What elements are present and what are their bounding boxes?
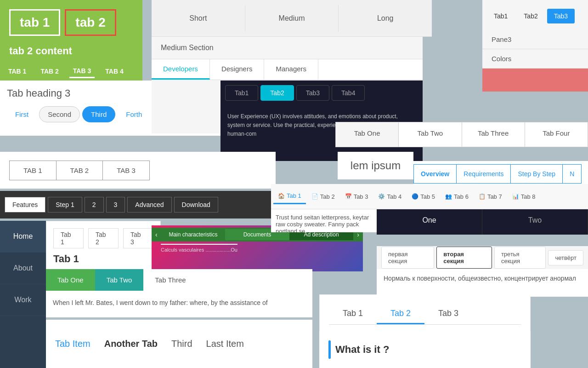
panel19-tab2[interactable]: 📄 Tab 2 bbox=[307, 190, 339, 204]
panel-one-two-dark: One Two bbox=[377, 209, 588, 235]
panel19-label1: Tab 1 bbox=[287, 192, 301, 199]
panel15-tab1[interactable]: Tab1 bbox=[487, 9, 514, 23]
panel4-tab-long[interactable]: Long bbox=[339, 5, 432, 32]
panel-bottom-tabs: Tab Item Another Tab Third Last Item bbox=[46, 320, 312, 368]
panel16-red-area bbox=[482, 69, 588, 92]
panel6-tab4[interactable]: Tab4 bbox=[332, 85, 365, 101]
panel6-tab2[interactable]: Tab2 bbox=[260, 85, 294, 101]
panel22-tab1[interactable]: первая секция bbox=[381, 247, 434, 269]
panel6-tab3[interactable]: Tab3 bbox=[296, 85, 329, 101]
panel7-tab2[interactable]: TAB 2 bbox=[56, 161, 103, 180]
panel3-tab-second[interactable]: Second bbox=[39, 106, 80, 122]
panel13-tab-last[interactable]: Last Item bbox=[206, 339, 244, 349]
panel14-tab3[interactable]: Tab 3 bbox=[424, 304, 472, 324]
panel8-tab-2[interactable]: 2 bbox=[85, 197, 104, 213]
panel15-tab3[interactable]: Tab3 bbox=[547, 9, 575, 23]
panel19-tab1[interactable]: 🏠 Tab 1 bbox=[273, 189, 306, 204]
panel21-tab-one[interactable]: One bbox=[377, 209, 482, 235]
panel-dark-tabs: Tab1 Tab2 Tab3 Tab4 User Experience (UX)… bbox=[220, 80, 423, 161]
panel1-tab1[interactable]: tab 1 bbox=[9, 9, 60, 36]
panel2-tab4[interactable]: TAB 4 bbox=[102, 65, 127, 77]
panel6-tab1[interactable]: Tab1 bbox=[225, 85, 258, 101]
panel19-icon3: 📅 bbox=[345, 193, 352, 200]
panel-russian-tabs: первая секция вторая секция третья секци… bbox=[377, 246, 588, 269]
panel-top-right-tabs: Tab1 Tab2 Tab3 bbox=[482, 0, 588, 32]
panel2-tab3[interactable]: TAB 3 bbox=[69, 65, 95, 78]
panel5-tab-developers[interactable]: Developers bbox=[152, 59, 210, 80]
panel19-label2: Tab 2 bbox=[320, 193, 335, 200]
panel17-tab-three[interactable]: Tab Three bbox=[462, 122, 525, 147]
panel22-tab3[interactable]: третья секция bbox=[494, 247, 546, 269]
panel3-tab-forth[interactable]: Forth bbox=[118, 107, 150, 122]
panel8-tab-features[interactable]: Features bbox=[5, 197, 45, 213]
panel15-tab2[interactable]: Tab2 bbox=[517, 9, 544, 23]
panel5-tab-designers[interactable]: Designers bbox=[210, 59, 265, 80]
panel9-tab2[interactable]: Tab 2 bbox=[88, 228, 119, 248]
panel19-icon4: ⚙️ bbox=[378, 193, 385, 200]
panel4-tab-short[interactable]: Short bbox=[152, 5, 245, 32]
panel-main-char-prev[interactable]: ‹ bbox=[152, 229, 161, 241]
sidebar-nav: Home About Work bbox=[0, 221, 46, 368]
panel19-tab5[interactable]: 🔵 Tab 5 bbox=[407, 190, 440, 204]
panel19-tab3[interactable]: 📅 Tab 3 bbox=[340, 190, 373, 204]
panel2-tab2[interactable]: TAB 2 bbox=[37, 65, 62, 77]
panel5-tab-list: Developers Designers Managers bbox=[152, 59, 423, 80]
panel9-content: Tab 1 bbox=[53, 253, 153, 265]
panel19-icon5: 🔵 bbox=[412, 193, 418, 200]
sidebar-item-work[interactable]: Work bbox=[0, 284, 46, 316]
panel22-tab4[interactable]: четвёрт bbox=[548, 250, 583, 265]
panel-text-content: When I left Mr. Bates, I went down to my… bbox=[46, 294, 312, 317]
panel-icon-tabs: 🏠 Tab 1 📄 Tab 2 📅 Tab 3 ⚙️ Tab 4 🔵 Tab 5… bbox=[271, 184, 588, 209]
panel3-tab-third[interactable]: Third bbox=[82, 106, 115, 122]
panel3-tab-first[interactable]: First bbox=[7, 107, 37, 122]
panel11-tab-two[interactable]: Tab Two bbox=[95, 269, 144, 291]
panel17-tab-two[interactable]: Tab Two bbox=[398, 122, 461, 147]
panel1-tab2[interactable]: tab 2 bbox=[65, 9, 116, 36]
panel16-colors[interactable]: Colors bbox=[482, 49, 588, 69]
panel7-tab3[interactable]: TAB 3 bbox=[102, 161, 150, 180]
panel18-tab-n[interactable]: N bbox=[562, 164, 582, 184]
panel6-tab-list: Tab1 Tab2 Tab3 Tab4 bbox=[220, 80, 423, 105]
panel16-pane3[interactable]: Pane3 bbox=[482, 30, 588, 49]
panel-overview-tabs: Overview Requirements Step By Step N bbox=[413, 161, 588, 186]
panel-four-tabs: Tab One Tab Two Tab Three Tab Four bbox=[335, 122, 588, 147]
panel8-tab-step1[interactable]: Step 1 bbox=[48, 197, 82, 213]
panel7-tab1[interactable]: TAB 1 bbox=[9, 161, 56, 180]
panel13-tab-item[interactable]: Tab Item bbox=[55, 339, 90, 349]
panel-main-char-item1[interactable]: Main characteristics bbox=[161, 229, 226, 240]
panel19-tab8[interactable]: 📊 Tab 8 bbox=[508, 190, 540, 204]
panel8-tab-download[interactable]: Download bbox=[174, 197, 218, 213]
panel13-tab-third[interactable]: Third bbox=[171, 339, 192, 349]
sidebar-item-about[interactable]: About bbox=[0, 253, 46, 284]
panel11-tab-list: Tab One Tab Two Tab Three bbox=[46, 269, 312, 291]
panel17-tab-one[interactable]: Tab One bbox=[335, 122, 398, 147]
panel5-tab-managers[interactable]: Managers bbox=[264, 59, 318, 80]
panel19-label5: Tab 5 bbox=[420, 193, 435, 200]
panel14-tab1[interactable]: Tab 1 bbox=[329, 304, 377, 324]
panel-tab-underline: TAB 1 TAB 2 TAB 3 TAB 4 bbox=[0, 60, 142, 83]
panel-simple-tabs: Tab 1 Tab 2 Tab 3 Tab 1 bbox=[46, 221, 161, 271]
panel18-tab-step[interactable]: Step By Step bbox=[510, 164, 562, 184]
panel8-tab-advanced[interactable]: Advanced bbox=[127, 197, 171, 213]
panel9-tab1[interactable]: Tab 1 bbox=[53, 228, 84, 248]
panel-features-tabs: Features Step 1 2 3 Advanced Download bbox=[0, 191, 276, 218]
lorem-text: lem ipsum bbox=[351, 159, 401, 172]
panel18-tab-overview[interactable]: Overview bbox=[413, 164, 456, 184]
panel21-tab-two[interactable]: Two bbox=[482, 209, 588, 235]
panel19-tab6[interactable]: 👥 Tab 6 bbox=[441, 190, 473, 204]
panel17-tab-four[interactable]: Tab Four bbox=[525, 122, 588, 147]
panel9-tab3[interactable]: Tab 3 bbox=[123, 228, 153, 248]
panel19-icon2: 📄 bbox=[311, 193, 318, 200]
panel8-tab-3[interactable]: 3 bbox=[106, 197, 125, 213]
panel14-tab2[interactable]: Tab 2 bbox=[377, 304, 424, 324]
panel2-tab1[interactable]: TAB 1 bbox=[5, 65, 30, 77]
panel11-tab-three[interactable]: Tab Three bbox=[143, 269, 197, 291]
panel18-tab-requirements[interactable]: Requirements bbox=[456, 164, 510, 184]
panel19-tab4[interactable]: ⚙️ Tab 4 bbox=[373, 190, 406, 204]
panel22-tab2[interactable]: вторая секция bbox=[436, 247, 492, 269]
panel11-tab-one[interactable]: Tab One bbox=[46, 269, 95, 291]
panel4-tab-medium[interactable]: Medium bbox=[245, 5, 339, 32]
panel19-tab7[interactable]: 📋 Tab 7 bbox=[474, 190, 507, 204]
sidebar-item-home[interactable]: Home bbox=[0, 221, 46, 253]
panel13-tab-another[interactable]: Another Tab bbox=[104, 339, 158, 349]
